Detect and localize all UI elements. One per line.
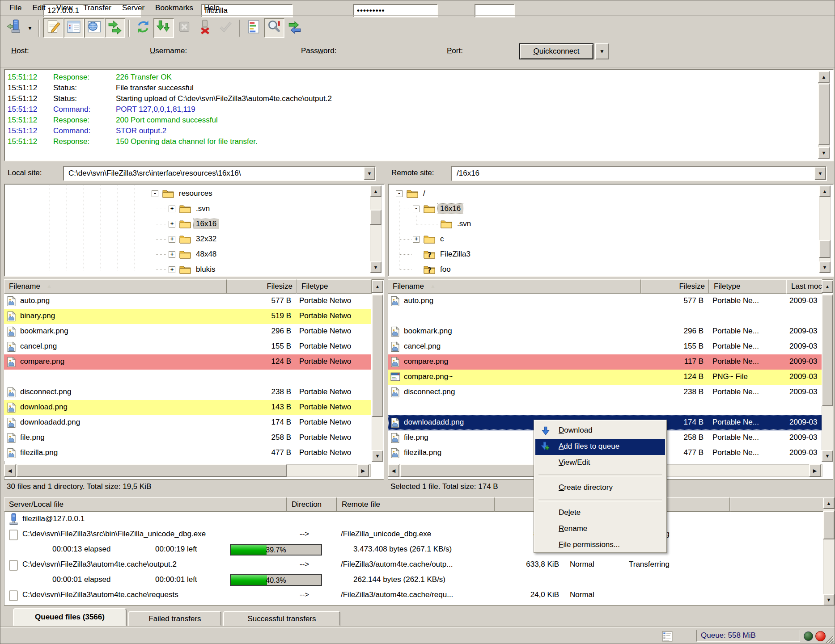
local-tree-item-blukis-expander[interactable]: + — [169, 266, 175, 273]
queue-row[interactable]: 00:00:13 elapsed00:00:19 left39.7%3.473.… — [4, 542, 823, 557]
menu-file[interactable]: File — [4, 1, 27, 15]
local-list-scrollbar-thumb[interactable] — [372, 295, 383, 417]
local-file-row[interactable]: bookmark.png296 BPortable Netwo — [4, 324, 371, 339]
log-scrollbar-up-button[interactable]: ▲ — [818, 71, 830, 83]
local-tree-item-48x48-expander[interactable]: + — [169, 251, 175, 258]
quickconnect-button[interactable]: Quickconnect — [519, 43, 593, 59]
local-tree-scrollbar-thumb[interactable] — [370, 210, 381, 225]
remote-list-hscrollbar-right-button[interactable]: ▶ — [809, 464, 821, 477]
tab-queued-files-3566-[interactable]: Queued files (3566) — [13, 608, 127, 626]
queue-row[interactable]: C:\dev\svn\FileZilla3\src\bin\FileZilla_… — [4, 527, 823, 542]
process-queue-button[interactable] — [153, 18, 174, 38]
remote-tree-scrollbar-thumb[interactable] — [819, 240, 831, 258]
local-tree-scrollbar-up-button[interactable]: ▲ — [370, 185, 381, 197]
remote-tree-item-16x16-expander[interactable]: - — [413, 206, 420, 212]
tab-failed-transfers[interactable]: Failed transfers — [128, 611, 221, 626]
local-file-row[interactable]: file.png258 BPortable Netwo — [4, 430, 371, 446]
local-tree-item-48x48-label[interactable]: 48x48 — [194, 249, 219, 259]
local-tree-scrollbar-down-button[interactable]: ▼ — [370, 261, 381, 273]
context-menu-item-add-files-to-queue[interactable]: Add files to queue — [535, 439, 665, 455]
remote-file-row[interactable]: disconnect.png238 BPortable Ne...2009-03 — [388, 385, 822, 400]
local-file-row[interactable]: download.png143 BPortable Netwo — [4, 400, 371, 415]
remote-tree-item-svn-label[interactable]: .svn — [455, 219, 473, 229]
context-menu-item-view-edit[interactable]: View/Edit — [535, 455, 665, 471]
queue-scrollbar-down-button[interactable]: ▼ — [823, 594, 835, 606]
site-manager-dropdown-button[interactable]: ▼ — [25, 18, 35, 38]
context-menu-item-download[interactable]: Download — [535, 423, 665, 439]
local-tree-item-16x16-label[interactable]: 16x16 — [194, 219, 219, 229]
context-menu-item-delete[interactable]: Delete — [535, 505, 665, 521]
queue-col-blank-6[interactable] — [730, 497, 824, 512]
remote-col-filesize[interactable]: Filesize — [641, 279, 709, 294]
remote-site-path[interactable]: /16x16 — [457, 169, 797, 178]
local-file-row[interactable]: filezilla.png477 BPortable Netwo — [4, 446, 371, 461]
local-tree-item-blukis-label[interactable]: blukis — [194, 265, 217, 274]
remote-file-row[interactable]: cancel.png155 BPortable Ne...2009-03 — [388, 339, 822, 354]
local-list-scrollbar-down-button[interactable]: ▼ — [372, 450, 383, 462]
local-file-row[interactable]: binary.png519 BPortable Netwo — [4, 309, 371, 324]
menu-view[interactable]: View — [51, 1, 78, 15]
remote-col-filename[interactable]: Filename▲ — [388, 279, 641, 294]
menu-server[interactable]: Server — [117, 1, 150, 15]
local-site-path[interactable]: C:\dev\svn\FileZilla3\src\interface\reso… — [68, 169, 355, 178]
log-scrollbar-thumb[interactable] — [818, 84, 830, 145]
menu-bookmarks[interactable]: Bookmarks — [150, 1, 199, 15]
context-menu-item-rename[interactable]: Rename — [535, 521, 665, 537]
local-file-row[interactable]: auto.png577 BPortable Netwo — [4, 294, 371, 309]
remote-tree-toggle-button[interactable] — [84, 18, 105, 38]
quickconnect-dropdown-button[interactable]: ▼ — [595, 43, 609, 59]
remote-tree-item-16x16-label[interactable]: 16x16 — [438, 204, 463, 214]
remote-file-row[interactable]: auto.png577 BPortable Ne...2009-03 — [388, 294, 822, 309]
reconnect-button[interactable] — [215, 18, 236, 38]
local-tree-item-resources-expander[interactable]: - — [152, 190, 158, 197]
context-menu-item-create-directory[interactable]: Create directory — [535, 480, 665, 496]
local-tree-item-32x32-label[interactable]: 32x32 — [194, 234, 219, 244]
remote-file-row[interactable]: compare.png~124 BPNG~ File2009-03 — [388, 370, 822, 385]
remote-tree-scrollbar-track[interactable] — [819, 185, 831, 273]
disconnect-button[interactable] — [195, 18, 215, 38]
local-tree-toggle-button[interactable] — [64, 18, 84, 38]
remote-list-scrollbar-thumb[interactable] — [822, 295, 833, 406]
remote-tree-item-FileZilla3-label[interactable]: FileZilla3 — [438, 249, 473, 259]
menu-help[interactable]: Help — [199, 1, 225, 15]
local-site-combo-arrow[interactable]: ▼ — [364, 167, 375, 180]
queue-row[interactable]: 00:00:01 elapsed00:00:01 left40.3%262.14… — [4, 572, 823, 588]
queue-row[interactable]: C:\dev\svn\FileZilla3\autom4te.cache\out… — [4, 557, 823, 572]
remote-tree-scrollbar-down-button[interactable]: ▼ — [819, 261, 831, 273]
queue-col-remote-file[interactable]: Remote file — [337, 497, 495, 512]
local-list-hscrollbar-left-button[interactable]: ◀ — [4, 464, 16, 477]
cancel-button[interactable] — [174, 18, 195, 38]
remote-tree-item-foo-label[interactable]: foo — [438, 265, 453, 274]
queue-scrollbar-up-button[interactable]: ▲ — [823, 497, 835, 509]
local-file-row[interactable]: cancel.png155 BPortable Netwo — [4, 339, 371, 354]
local-list-hscrollbar-thumb[interactable] — [17, 464, 287, 477]
queue-col-server-local-file[interactable]: Server/Local file — [4, 497, 287, 512]
menu-transfer[interactable]: Transfer — [78, 1, 117, 15]
local-file-row[interactable]: downloadadd.png174 BPortable Netwo — [4, 415, 371, 430]
site-manager-button[interactable] — [4, 18, 25, 38]
local-col-filetype[interactable]: Filetype — [297, 279, 372, 294]
remote-site-combo-arrow[interactable]: ▼ — [814, 167, 826, 180]
local-tree-item-32x32-expander[interactable]: + — [169, 236, 175, 243]
local-list-scroll-up-button[interactable]: ▲ — [372, 280, 383, 293]
remote-tree-item-c-label[interactable]: c — [438, 234, 446, 244]
queue-row[interactable]: filezilla@127.0.0.1 — [4, 512, 823, 527]
local-tree-item-svn-expander[interactable]: + — [169, 206, 175, 212]
remote-col-filetype[interactable]: Filetype — [709, 279, 786, 294]
local-tree-scrollbar-track[interactable] — [370, 185, 381, 273]
queue-row[interactable]: C:\dev\svn\FileZilla3\autom4te.cache\req… — [4, 588, 823, 603]
tab-successful-transfers[interactable]: Successful transfers — [223, 611, 340, 626]
directory-comparison-button[interactable] — [264, 18, 284, 38]
remote-col-lastmodified[interactable]: Last moc — [786, 279, 822, 294]
local-col-filename[interactable]: Filename▲ — [4, 279, 227, 294]
menu-edit[interactable]: Edit — [27, 1, 51, 15]
local-tree-item-svn-label[interactable]: .svn — [194, 204, 212, 214]
remote-tree-item--expander[interactable]: - — [396, 190, 403, 197]
queue-view-toggle-button[interactable] — [105, 18, 125, 38]
queue-scrollbar-thumb[interactable] — [823, 511, 835, 539]
remote-list-scroll-up-button[interactable]: ▲ — [822, 280, 833, 293]
local-tree-item-resources-label[interactable]: resources — [177, 189, 215, 198]
resize-grip[interactable] — [824, 634, 834, 644]
remote-list-hscrollbar-left-button[interactable]: ◀ — [388, 464, 399, 477]
local-tree-item-16x16-expander[interactable]: + — [169, 221, 175, 227]
